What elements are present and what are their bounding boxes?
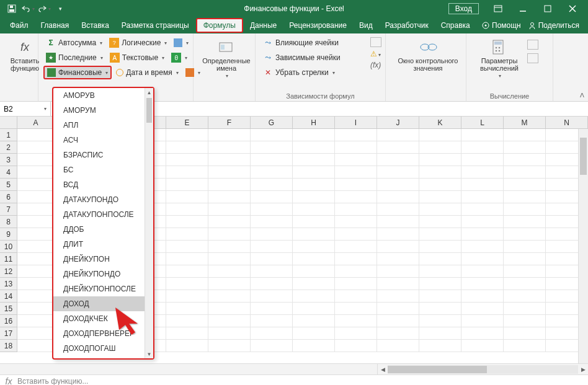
- cell-A3[interactable]: [17, 154, 55, 166]
- cell-L13[interactable]: [461, 278, 504, 290]
- cell-H14[interactable]: [293, 290, 335, 303]
- cell-F9[interactable]: [208, 228, 251, 241]
- cell-H17[interactable]: [293, 327, 335, 340]
- tab-help[interactable]: Справка: [435, 17, 476, 33]
- cell-F16[interactable]: [208, 315, 251, 327]
- cell-L2[interactable]: [461, 141, 504, 154]
- tab-data[interactable]: Данные: [244, 17, 283, 33]
- watch-window-button[interactable]: Окно контрольного значения: [391, 36, 465, 74]
- calc-now-icon[interactable]: [527, 40, 538, 50]
- cell-A4[interactable]: [17, 166, 55, 179]
- cell-G14[interactable]: [251, 290, 293, 303]
- cell-E8[interactable]: [166, 216, 208, 228]
- cell-H5[interactable]: [293, 179, 335, 191]
- cell-K1[interactable]: [419, 129, 461, 141]
- cell-L5[interactable]: [461, 179, 504, 191]
- cell-A8[interactable]: [17, 216, 55, 228]
- cell-M17[interactable]: [504, 327, 546, 340]
- dropdown-scrollbar[interactable]: ▲ ▼: [145, 88, 153, 358]
- cell-L12[interactable]: [461, 265, 504, 278]
- cell-G13[interactable]: [251, 278, 293, 290]
- cell-A5[interactable]: [17, 179, 55, 191]
- cell-F6[interactable]: [208, 191, 251, 203]
- cell-I1[interactable]: [335, 129, 377, 141]
- cell-K7[interactable]: [419, 203, 461, 216]
- cell-F2[interactable]: [208, 141, 251, 154]
- cell-K6[interactable]: [419, 191, 461, 203]
- cell-L18[interactable]: [461, 340, 504, 352]
- ribbon-display-icon[interactable]: [486, 1, 510, 17]
- cell-H10[interactable]: [293, 241, 335, 253]
- cell-M3[interactable]: [504, 154, 546, 166]
- save-icon[interactable]: [5, 2, 19, 15]
- cell-J10[interactable]: [377, 241, 419, 253]
- cell-I9[interactable]: [335, 228, 377, 241]
- cell-G10[interactable]: [251, 241, 293, 253]
- fn-item-ДАТАКУПОНДО[interactable]: ДАТАКУПОНДО: [53, 192, 153, 207]
- cell-I11[interactable]: [335, 253, 377, 265]
- cell-G1[interactable]: [251, 129, 293, 141]
- cell-I8[interactable]: [335, 216, 377, 228]
- text-button[interactable]: AТекстовые▾: [107, 51, 167, 64]
- cell-F12[interactable]: [208, 265, 251, 278]
- fn-item-ДНЕЙКУПОН[interactable]: ДНЕЙКУПОН: [53, 252, 153, 267]
- trace-precedents-button[interactable]: ⤳Влияющие ячейки: [261, 36, 380, 50]
- cell-J16[interactable]: [377, 315, 419, 327]
- cell-H1[interactable]: [293, 129, 335, 141]
- cell-H3[interactable]: [293, 154, 335, 166]
- fn-item-ДНЕЙКУПОНДО[interactable]: ДНЕЙКУПОНДО: [53, 267, 153, 281]
- scroll-up-icon[interactable]: ▲: [145, 88, 153, 97]
- cell-G6[interactable]: [251, 191, 293, 203]
- cell-K8[interactable]: [419, 216, 461, 228]
- cell-J4[interactable]: [377, 166, 419, 179]
- row-header-17[interactable]: 17: [0, 327, 17, 340]
- cell-G9[interactable]: [251, 228, 293, 241]
- cell-J18[interactable]: [377, 340, 419, 352]
- cell-A7[interactable]: [17, 203, 55, 216]
- cell-M16[interactable]: [504, 315, 546, 327]
- evaluate-icon[interactable]: (fx): [370, 61, 381, 69]
- cell-K14[interactable]: [419, 290, 461, 303]
- cell-E12[interactable]: [166, 265, 208, 278]
- cell-M8[interactable]: [504, 216, 546, 228]
- cell-I3[interactable]: [335, 154, 377, 166]
- cell-I18[interactable]: [335, 340, 377, 352]
- row-header-8[interactable]: 8: [0, 216, 17, 228]
- cell-G15[interactable]: [251, 303, 293, 315]
- redo-icon[interactable]: ▾: [37, 2, 51, 15]
- fn-item-ДДОБ[interactable]: ДДОБ: [53, 222, 153, 237]
- cell-G12[interactable]: [251, 265, 293, 278]
- fn-item-БЗРАСПИС[interactable]: БЗРАСПИС: [53, 148, 153, 162]
- name-box[interactable]: B2▾: [0, 102, 51, 116]
- cell-K10[interactable]: [419, 241, 461, 253]
- cell-L1[interactable]: [461, 129, 504, 141]
- cell-E7[interactable]: [166, 203, 208, 216]
- horizontal-scrollbar[interactable]: ◀ ▶: [377, 364, 588, 374]
- cell-A13[interactable]: [17, 278, 55, 290]
- fn-item-ВСД[interactable]: ВСД: [53, 177, 153, 192]
- fn-item-ДОХОД[interactable]: ДОХОД: [53, 296, 153, 311]
- cell-M12[interactable]: [504, 265, 546, 278]
- tab-home[interactable]: Главная: [35, 17, 76, 33]
- row-header-13[interactable]: 13: [0, 278, 17, 290]
- cell-K4[interactable]: [419, 166, 461, 179]
- cell-E2[interactable]: [166, 141, 208, 154]
- cell-A12[interactable]: [17, 265, 55, 278]
- cell-I13[interactable]: [335, 278, 377, 290]
- remove-arrows-button[interactable]: ✕Убрать стрелки▾: [261, 66, 380, 79]
- cell-G11[interactable]: [251, 253, 293, 265]
- cell-J14[interactable]: [377, 290, 419, 303]
- cell-J1[interactable]: [377, 129, 419, 141]
- row-header-2[interactable]: 2: [0, 141, 17, 154]
- row-header-9[interactable]: 9: [0, 228, 17, 241]
- fn-item-ДОХОДПЕРВНЕРЕГ[interactable]: ДОХОДПЕРВНЕРЕГ: [53, 326, 153, 341]
- cell-G18[interactable]: [251, 340, 293, 352]
- cell-K13[interactable]: [419, 278, 461, 290]
- cell-E1[interactable]: [166, 129, 208, 141]
- cell-A17[interactable]: [17, 327, 55, 340]
- cell-E10[interactable]: [166, 241, 208, 253]
- col-header-G[interactable]: G: [251, 117, 293, 128]
- dropdown-scroll-thumb[interactable]: [146, 98, 152, 123]
- cell-L3[interactable]: [461, 154, 504, 166]
- cell-G8[interactable]: [251, 216, 293, 228]
